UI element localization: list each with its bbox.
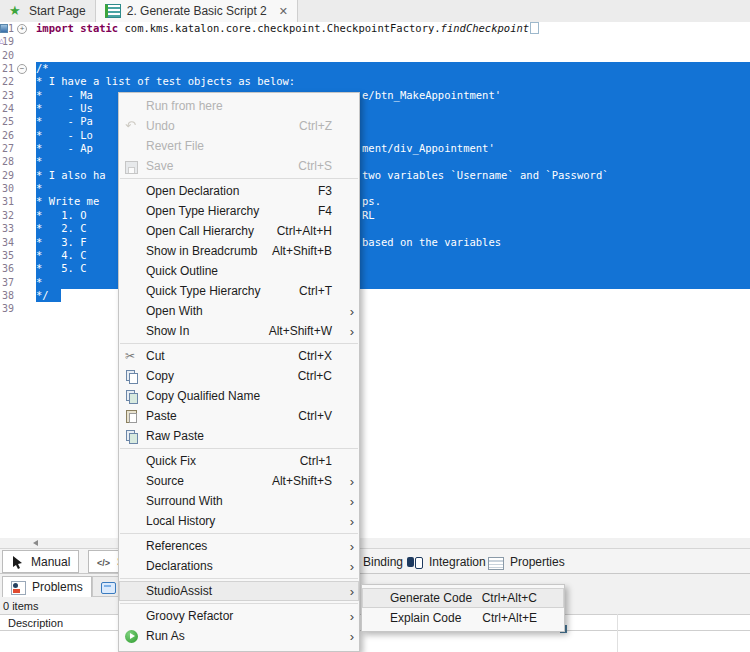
- panel-tab-label: Problems: [32, 580, 83, 594]
- submenu-arrow-icon: ›: [344, 325, 354, 338]
- menu-item-label: Run from here: [146, 99, 332, 113]
- code-line[interactable]: 28*: [0, 155, 750, 168]
- menu-item-source[interactable]: SourceAlt+Shift+S›: [119, 471, 359, 491]
- line-number: 39: [0, 302, 14, 315]
- submenu-arrow-icon: ›: [344, 585, 354, 598]
- menu-item-run-as[interactable]: Run As›: [119, 626, 359, 646]
- code-line[interactable]: 31* Write me ps.: [0, 195, 750, 208]
- code-line[interactable]: 36* 5. C: [0, 262, 750, 275]
- menu-item-label: Open With: [146, 304, 332, 318]
- code-line[interactable]: 21−/*: [0, 62, 750, 75]
- mode-tab-properties[interactable]: Properties: [488, 552, 565, 572]
- code-line[interactable]: 37*: [0, 276, 750, 289]
- menu-item-label: Declarations: [146, 559, 332, 573]
- menu-item-raw-paste[interactable]: Raw Paste: [119, 426, 359, 446]
- menu-item-copy[interactable]: CopyCtrl+C: [119, 366, 359, 386]
- code-line[interactable]: 27* - Apment/div_Appointment': [0, 142, 750, 155]
- mode-tab-label: Manual: [31, 555, 70, 569]
- code-segment: * - Lo: [36, 129, 93, 141]
- menu-separator: [119, 576, 359, 581]
- save-icon: [125, 161, 138, 174]
- menu-item-paste[interactable]: PasteCtrl+V: [119, 406, 359, 426]
- menu-item-label: Run As: [146, 629, 332, 643]
- mode-tab-manual[interactable]: Manual: [2, 550, 79, 573]
- fold-margin: [17, 144, 28, 153]
- code-line[interactable]: 30*: [0, 182, 750, 195]
- line-number: 27: [0, 142, 14, 155]
- submenu-arrow-icon: ›: [344, 305, 354, 318]
- code-line[interactable]: 34* 3. Fbased on the variables: [0, 236, 750, 249]
- line-text: import static com.kms.katalon.core.check…: [36, 22, 539, 35]
- code-line[interactable]: 35* 4. C: [0, 249, 750, 262]
- code-line[interactable]: 39: [0, 302, 750, 315]
- code-line[interactable]: △19: [0, 35, 750, 48]
- tab-close-icon[interactable]: ✕: [279, 5, 288, 18]
- panel-tab-problems[interactable]: Problems: [2, 576, 92, 597]
- undo-icon: [125, 119, 139, 133]
- line-text: *: [36, 155, 42, 168]
- line-text: * - Pa: [36, 115, 93, 128]
- menu-item-generate-code[interactable]: Generate CodeCtrl+Alt+C: [362, 588, 564, 608]
- menu-item-cut[interactable]: CutCtrl+X: [119, 346, 359, 366]
- menu-item-open-declaration[interactable]: Open DeclarationF3: [119, 181, 359, 201]
- fold-expanded-icon[interactable]: −: [17, 64, 27, 74]
- menu-item-local-history[interactable]: Local History›: [119, 511, 359, 531]
- menu-item-open-call-hierarchy[interactable]: Open Call HierarchyCtrl+Alt+H: [119, 221, 359, 241]
- problems-table-body[interactable]: [0, 631, 750, 652]
- katalon-studio-window: Start Page2. Generate Basic Script 2✕ 1+…: [0, 0, 750, 652]
- fold-collapsed-icon[interactable]: +: [17, 24, 27, 34]
- menu-item-open-with[interactable]: Open With›: [119, 301, 359, 321]
- menu-item-shortcut: Alt+Shift+W: [269, 324, 332, 338]
- menu-item-declarations[interactable]: Declarations›: [119, 556, 359, 576]
- menu-item-studioassist[interactable]: StudioAssist›: [119, 581, 359, 601]
- menu-item-show-in-breadcrumb[interactable]: Show in BreadcrumbAlt+Shift+B: [119, 241, 359, 261]
- code-segment: import static: [36, 22, 125, 34]
- menu-item-quick-fix[interactable]: Quick FixCtrl+1: [119, 451, 359, 471]
- menu-item-label: StudioAssist: [146, 584, 332, 598]
- line-number: 32: [0, 209, 14, 222]
- horizontal-scrollbar[interactable]: [0, 538, 750, 548]
- menu-separator: [119, 446, 359, 451]
- testcase-icon: [105, 4, 121, 18]
- code-line[interactable]: 24* - Us: [0, 102, 750, 115]
- menu-item-show-in[interactable]: Show InAlt+Shift+W›: [119, 321, 359, 341]
- menu-item-surround-with[interactable]: Surround With›: [119, 491, 359, 511]
- code-line[interactable]: 32* 1. ORL: [0, 209, 750, 222]
- fold-margin: [17, 278, 28, 287]
- code-line[interactable]: 25* - Pa: [0, 115, 750, 128]
- description-column-header[interactable]: Description: [8, 616, 63, 631]
- code-line[interactable]: 26* - Lo: [0, 129, 750, 142]
- code-segment: * - Pa: [36, 115, 93, 127]
- code-line[interactable]: 22* I have a list of test objects as bel…: [0, 75, 750, 88]
- line-number: 26: [0, 129, 14, 142]
- code-line[interactable]: 29* I also hatwo variables `Username` an…: [0, 169, 750, 182]
- code-line[interactable]: 33* 2. C: [0, 222, 750, 235]
- menu-item-shortcut: Ctrl+C: [298, 369, 332, 383]
- code-segment: *: [36, 182, 42, 194]
- code-segment: * 5. C: [36, 262, 87, 274]
- tab-start-page[interactable]: Start Page: [0, 0, 95, 22]
- menu-item-copy-qualified-name[interactable]: Copy Qualified Name: [119, 386, 359, 406]
- code-icon: [97, 555, 111, 569]
- menu-item-groovy-refactor[interactable]: Groovy Refactor›: [119, 606, 359, 626]
- code-line[interactable]: 20: [0, 49, 750, 62]
- menu-item-explain-code[interactable]: Explain CodeCtrl+Alt+E: [362, 608, 564, 628]
- code-line[interactable]: 38*/: [0, 289, 750, 302]
- menu-item-quick-type-hierarchy[interactable]: Quick Type HierarchyCtrl+T: [119, 281, 359, 301]
- menu-item-shortcut: Ctrl+S: [298, 159, 332, 173]
- menu-item-label: References: [146, 539, 332, 553]
- code-line[interactable]: 1+import static com.kms.katalon.core.che…: [0, 22, 750, 35]
- fold-margin: [17, 197, 28, 206]
- code-line[interactable]: 23* - Mae/btn_MakeAppointment': [0, 89, 750, 102]
- menu-item-quick-outline[interactable]: Quick Outline: [119, 261, 359, 281]
- menu-icon-cell: [125, 369, 146, 383]
- integration-icon: [407, 555, 423, 569]
- menu-item-shortcut: Ctrl+X: [298, 349, 332, 363]
- menu-item-open-type-hierarchy[interactable]: Open Type HierarchyF4: [119, 201, 359, 221]
- menu-item-references[interactable]: References›: [119, 536, 359, 556]
- tab-2-generate-basic-script-2[interactable]: 2. Generate Basic Script 2✕: [95, 0, 298, 22]
- menu-item-shortcut: Ctrl+V: [298, 409, 332, 423]
- code-editor[interactable]: 1+import static com.kms.katalon.core.che…: [0, 22, 750, 538]
- mode-tab-integration[interactable]: Integration: [407, 552, 486, 572]
- scroll-left-arrow-icon[interactable]: [33, 540, 38, 546]
